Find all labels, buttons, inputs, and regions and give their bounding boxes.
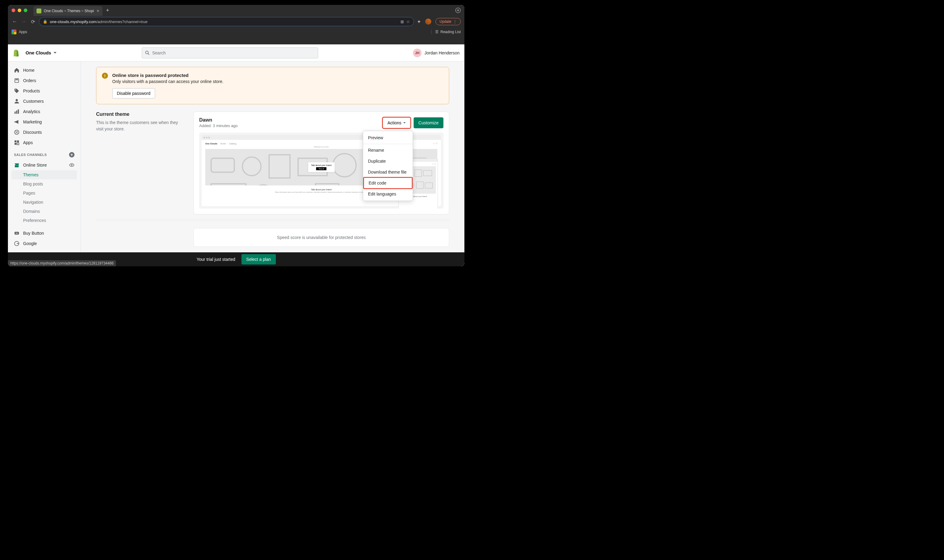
svg-point-4 xyxy=(15,99,18,101)
sidebar: Home Orders Products Customers Analytics… xyxy=(8,62,81,266)
customers-icon xyxy=(14,98,20,104)
view-store-icon[interactable] xyxy=(69,162,74,168)
nav-online-store[interactable]: Online Store xyxy=(8,160,81,170)
nav-home[interactable]: Home xyxy=(8,65,81,75)
browser-tab[interactable]: One Clouds ~ Themes ~ Shopi ✕ xyxy=(34,6,103,16)
status-bar-url: https://one-clouds.myshopify.com/admin/t… xyxy=(8,260,116,266)
home-icon xyxy=(14,68,20,73)
nav-themes[interactable]: Themes xyxy=(12,170,77,179)
search-icon xyxy=(145,51,149,55)
shopify-admin: One Clouds JH Jordan Henderson Home Orde… xyxy=(8,45,464,266)
tab-overflow-icon[interactable] xyxy=(455,8,461,13)
dropdown-duplicate[interactable]: Duplicate xyxy=(363,155,413,166)
dropdown-rename[interactable]: Rename xyxy=(363,145,413,155)
svg-point-24 xyxy=(333,154,356,177)
tab-strip: One Clouds ~ Themes ~ Shopi ✕ + xyxy=(8,5,464,16)
theme-name: Dawn xyxy=(199,117,237,123)
section-title: Current theme xyxy=(96,112,181,117)
svg-rect-30 xyxy=(316,184,339,185)
svg-rect-14 xyxy=(17,143,19,145)
user-avatar: JH xyxy=(413,49,422,57)
close-window-button[interactable] xyxy=(12,9,15,12)
apps-grid-icon[interactable] xyxy=(12,29,17,34)
svg-rect-18 xyxy=(15,233,18,234)
nav-pages[interactable]: Pages xyxy=(8,189,81,198)
update-button[interactable]: Update ⋮ xyxy=(436,18,461,25)
svg-rect-38 xyxy=(416,182,423,189)
svg-rect-27 xyxy=(211,184,246,185)
reload-button[interactable]: ⟳ xyxy=(30,19,36,25)
search-input[interactable] xyxy=(152,51,315,55)
nav-products[interactable]: Products xyxy=(8,86,81,96)
apps-bookmark[interactable]: Apps xyxy=(19,30,27,34)
nav-marketing[interactable]: Marketing xyxy=(8,117,81,127)
actions-dropdown: Preview Rename Duplicate Download theme … xyxy=(363,131,413,201)
admin-topbar: One Clouds JH Jordan Henderson xyxy=(8,45,464,62)
disable-password-button[interactable]: Disable password xyxy=(112,88,155,98)
analytics-icon xyxy=(14,109,20,114)
kebab-icon: ⋮ xyxy=(453,20,457,24)
main-content: ! Online store is password protected Onl… xyxy=(81,62,464,266)
install-app-icon[interactable]: ⊞ xyxy=(400,20,404,24)
nav-blog-posts[interactable]: Blog posts xyxy=(8,179,81,189)
products-icon xyxy=(14,88,20,94)
apps-icon xyxy=(14,140,20,145)
nav-navigation[interactable]: Navigation xyxy=(8,198,81,207)
bookmark-star-icon[interactable]: ☆ xyxy=(406,20,410,24)
caret-down-icon xyxy=(403,122,406,125)
user-menu[interactable]: JH Jordan Henderson xyxy=(413,49,459,57)
url-bar[interactable]: 🔒 one-clouds.myshopify.com/admin/themes?… xyxy=(39,17,414,26)
theme-card: Dawn Added: 3 minutes ago Actions Custom… xyxy=(193,112,449,214)
user-name: Jordan Henderson xyxy=(425,51,459,55)
orders-icon xyxy=(14,78,20,83)
svg-rect-20 xyxy=(211,158,234,172)
add-channel-button[interactable]: + xyxy=(69,152,74,157)
svg-rect-39 xyxy=(425,183,433,188)
google-icon xyxy=(14,241,20,246)
svg-point-9 xyxy=(15,131,17,132)
actions-button[interactable]: Actions xyxy=(383,117,411,128)
reading-list-icon: ☰ xyxy=(435,30,439,34)
nav-orders[interactable]: Orders xyxy=(8,75,81,86)
nav-domains[interactable]: Domains xyxy=(8,207,81,216)
nav-customers[interactable]: Customers xyxy=(8,96,81,106)
new-tab-button[interactable]: + xyxy=(106,7,109,14)
nav-google[interactable]: Google xyxy=(8,238,81,249)
maximize-window-button[interactable] xyxy=(24,9,28,12)
online-store-icon xyxy=(14,162,20,168)
close-tab-icon[interactable]: ✕ xyxy=(96,9,99,13)
svg-rect-11 xyxy=(15,140,17,142)
search-box[interactable] xyxy=(142,48,318,58)
dropdown-preview[interactable]: Preview xyxy=(363,132,413,143)
customize-button[interactable]: Customize xyxy=(414,117,444,128)
buy-button-icon xyxy=(14,231,20,236)
svg-rect-7 xyxy=(18,109,19,114)
nav-analytics[interactable]: Analytics xyxy=(8,106,81,117)
chrome-toolbar-icons: ✦ Update ⋮ xyxy=(417,18,461,25)
nav-apps[interactable]: Apps xyxy=(8,137,81,148)
lock-icon: 🔒 xyxy=(43,20,48,24)
minimize-window-button[interactable] xyxy=(18,9,21,12)
extensions-icon[interactable]: ✦ xyxy=(417,19,421,25)
traffic-lights xyxy=(12,9,28,12)
dropdown-edit-code[interactable]: Edit code xyxy=(364,177,412,189)
profile-avatar-icon[interactable] xyxy=(425,18,431,25)
shopify-favicon-icon xyxy=(37,9,42,13)
bookmark-bar: Apps ☰ Reading List xyxy=(8,28,464,37)
nav-preferences[interactable]: Preferences xyxy=(8,216,81,225)
sales-channels-header: SALES CHANNELS + xyxy=(8,148,81,160)
nav-buy-button[interactable]: Buy Button xyxy=(8,228,81,238)
select-plan-button[interactable]: Select a plan xyxy=(242,254,276,265)
dropdown-edit-languages[interactable]: Edit languages xyxy=(363,189,413,200)
svg-rect-22 xyxy=(269,155,290,178)
svg-point-10 xyxy=(17,132,18,134)
password-banner: ! Online store is password protected Onl… xyxy=(96,67,449,104)
back-button[interactable]: ← xyxy=(12,19,18,24)
dropdown-download[interactable]: Download theme file xyxy=(363,166,413,177)
forward-button[interactable]: → xyxy=(21,19,27,24)
reading-list-button[interactable]: ☰ Reading List xyxy=(431,30,461,34)
nav-discounts[interactable]: Discounts xyxy=(8,127,81,137)
theme-added: Added: 3 minutes ago xyxy=(199,123,237,128)
svg-line-1 xyxy=(148,54,149,55)
shop-switcher[interactable]: One Clouds xyxy=(26,50,57,55)
